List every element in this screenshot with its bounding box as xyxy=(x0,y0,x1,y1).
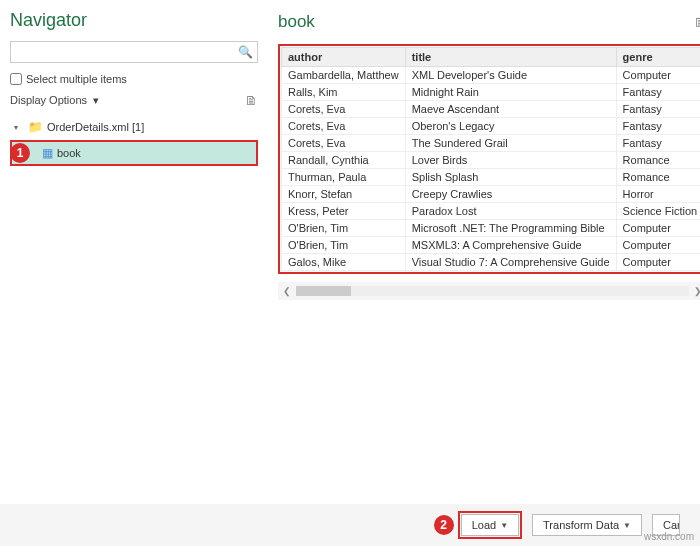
table-cell: Fantasy xyxy=(616,84,700,101)
table-cell: Microsoft .NET: The Programming Bible xyxy=(405,220,616,237)
table-cell: Paradox Lost xyxy=(405,203,616,220)
table-cell: Splish Splash xyxy=(405,169,616,186)
table-cell: XML Developer's Guide xyxy=(405,67,616,84)
table-cell: O'Brien, Tim xyxy=(282,220,406,237)
col-author[interactable]: author xyxy=(282,48,406,67)
table-cell: Computer xyxy=(616,237,700,254)
multi-select-checkbox[interactable] xyxy=(10,73,22,85)
table-cell: Oberon's Legacy xyxy=(405,118,616,135)
table-cell: Science Fiction xyxy=(616,203,700,220)
table-cell: The Sundered Grail xyxy=(405,135,616,152)
search-icon[interactable]: 🔍 xyxy=(233,42,257,62)
table-row[interactable]: Galos, MikeVisual Studio 7: A Comprehens… xyxy=(282,254,701,271)
tree-selected-label: book xyxy=(57,147,81,159)
watermark: wsxdn.com xyxy=(644,531,694,542)
chevron-down-icon[interactable]: ▼ xyxy=(623,521,631,530)
table-row[interactable]: Corets, EvaMaeve AscendantFantasy xyxy=(282,101,701,118)
multi-select-row[interactable]: Select multiple items xyxy=(10,73,258,85)
tree-item-root[interactable]: ▾ 📁 OrderDetails.xml [1] xyxy=(10,116,258,138)
page-icon[interactable]: 🗎 xyxy=(245,93,258,108)
table-row[interactable]: Kress, PeterParadox LostScience Fiction xyxy=(282,203,701,220)
horizontal-scrollbar[interactable]: ❮ ❯ xyxy=(278,282,700,300)
table-row[interactable]: Ralls, KimMidnight RainFantasy xyxy=(282,84,701,101)
table-cell: Computer xyxy=(616,220,700,237)
callout-2: 2 xyxy=(434,515,454,535)
preview-table: author title genre Gambardella, MatthewX… xyxy=(281,47,700,271)
preview-page-icon[interactable]: 🗎 xyxy=(694,15,700,30)
table-cell: Romance xyxy=(616,152,700,169)
table-cell: Thurman, Paula xyxy=(282,169,406,186)
tree-root-label: OrderDetails.xml [1] xyxy=(47,121,144,133)
folder-icon: 📁 xyxy=(28,120,43,134)
table-cell: Ralls, Kim xyxy=(282,84,406,101)
table-row[interactable]: O'Brien, TimMSXML3: A Comprehensive Guid… xyxy=(282,237,701,254)
table-header-row: author title genre xyxy=(282,48,701,67)
table-row[interactable]: Thurman, PaulaSplish SplashRomance xyxy=(282,169,701,186)
col-genre[interactable]: genre xyxy=(616,48,700,67)
table-cell: Computer xyxy=(616,254,700,271)
tree-view: ▾ 📁 OrderDetails.xml [1] 1 ▦ book xyxy=(10,116,258,166)
footer-bar: 2 Load▼ Transform Data▼ Can xyxy=(0,504,700,546)
table-icon: ▦ xyxy=(42,146,53,160)
table-cell: Corets, Eva xyxy=(282,101,406,118)
callout-1: 1 xyxy=(10,143,30,163)
table-cell: Lover Birds xyxy=(405,152,616,169)
search-input[interactable] xyxy=(11,42,233,62)
table-cell: Creepy Crawlies xyxy=(405,186,616,203)
scroll-left-icon[interactable]: ❮ xyxy=(278,286,296,296)
table-cell: Visual Studio 7: A Comprehensive Guide xyxy=(405,254,616,271)
table-cell: Corets, Eva xyxy=(282,118,406,135)
scroll-thumb[interactable] xyxy=(296,286,351,296)
table-cell: Computer xyxy=(616,67,700,84)
table-cell: Maeve Ascendant xyxy=(405,101,616,118)
multi-select-label: Select multiple items xyxy=(26,73,127,85)
scroll-track[interactable] xyxy=(296,286,689,296)
table-row[interactable]: Gambardella, MatthewXML Developer's Guid… xyxy=(282,67,701,84)
preview-title: book xyxy=(278,12,315,32)
scroll-right-icon[interactable]: ❯ xyxy=(689,286,700,296)
table-row[interactable]: O'Brien, TimMicrosoft .NET: The Programm… xyxy=(282,220,701,237)
table-cell: Fantasy xyxy=(616,135,700,152)
table-row[interactable]: Randall, CynthiaLover BirdsRomance xyxy=(282,152,701,169)
navigator-pane: Navigator 🔍 Select multiple items Displa… xyxy=(0,0,266,500)
table-row[interactable]: Corets, EvaOberon's LegacyFantasy xyxy=(282,118,701,135)
table-cell: MSXML3: A Comprehensive Guide xyxy=(405,237,616,254)
chevron-down-icon[interactable]: ▼ xyxy=(500,521,508,530)
load-button-frame: 2 Load▼ xyxy=(458,511,522,539)
table-cell: Fantasy xyxy=(616,101,700,118)
table-cell: O'Brien, Tim xyxy=(282,237,406,254)
window-title: Navigator xyxy=(10,10,258,31)
table-row[interactable]: Corets, EvaThe Sundered GrailFantasy xyxy=(282,135,701,152)
search-box[interactable]: 🔍 xyxy=(10,41,258,63)
preview-pane: book 🗎 author title genre Gambardella, M… xyxy=(266,0,700,500)
display-options-dropdown[interactable]: Display Options ▾ xyxy=(10,94,99,107)
table-cell: Horror xyxy=(616,186,700,203)
col-title[interactable]: title xyxy=(405,48,616,67)
transform-data-button[interactable]: Transform Data▼ xyxy=(532,514,642,536)
table-cell: Romance xyxy=(616,169,700,186)
table-cell: Kress, Peter xyxy=(282,203,406,220)
tree-item-book[interactable]: 1 ▦ book xyxy=(10,140,258,166)
tree-expand-icon[interactable]: ▾ xyxy=(14,123,24,132)
table-cell: Randall, Cynthia xyxy=(282,152,406,169)
table-cell: Midnight Rain xyxy=(405,84,616,101)
table-row[interactable]: Knorr, StefanCreepy CrawliesHorror xyxy=(282,186,701,203)
display-options-row: Display Options ▾ 🗎 xyxy=(10,93,258,108)
table-cell: Corets, Eva xyxy=(282,135,406,152)
preview-table-frame: author title genre Gambardella, MatthewX… xyxy=(278,44,700,274)
table-cell: Gambardella, Matthew xyxy=(282,67,406,84)
table-cell: Knorr, Stefan xyxy=(282,186,406,203)
load-button[interactable]: Load▼ xyxy=(461,514,519,536)
table-cell: Galos, Mike xyxy=(282,254,406,271)
table-cell: Fantasy xyxy=(616,118,700,135)
